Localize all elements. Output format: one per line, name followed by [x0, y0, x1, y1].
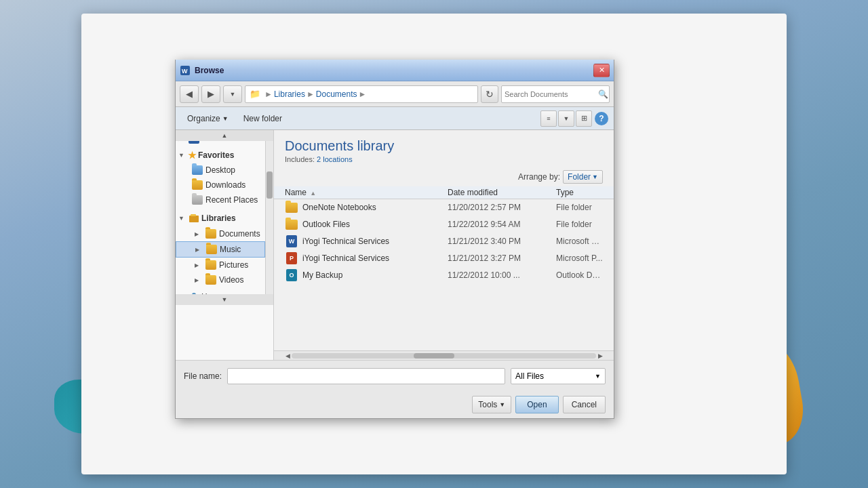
svg-text:W: W — [182, 68, 188, 75]
file-type-cell: Microsoft W... — [556, 237, 603, 246]
path-documents[interactable]: Documents — [316, 89, 357, 99]
close-button[interactable]: ✕ — [593, 64, 610, 77]
svg-rect-5 — [191, 214, 196, 216]
content-area: ▲ ▶ W Microsoft Word — [176, 130, 614, 360]
file-type-cell: Outlook Da... — [556, 270, 603, 280]
sidebar-pictures-label: Pictures — [219, 260, 248, 270]
sidebar-item-videos[interactable]: ▶ Videos — [176, 272, 265, 287]
file-type-arrow: ▼ — [595, 373, 601, 380]
file-name-cell: My Backup — [302, 270, 448, 280]
organize-button[interactable]: Organize ▼ — [181, 110, 235, 127]
sidebar-desktop-label: Desktop — [205, 165, 235, 175]
search-icon[interactable]: 🔍 — [598, 88, 608, 100]
arrange-dropdown[interactable]: Folder ▼ — [563, 170, 603, 184]
libraries-arrow: ▼ — [178, 215, 186, 222]
file-name-cell: iYogi Technical Services — [302, 253, 448, 263]
sidebar-item-downloads[interactable]: Downloads — [176, 178, 265, 192]
arrange-by-label: Arrange by: — [518, 172, 560, 182]
col-type-header[interactable]: Type — [556, 188, 603, 197]
file-name-cell: Outlook Files — [302, 220, 448, 229]
bottom-bar: File name: All Files ▼ — [176, 360, 614, 391]
folder-icon-address: 📁 — [250, 89, 260, 99]
recent-locations-button[interactable]: ▼ — [223, 85, 242, 103]
file-list: OneNote Notebooks 11/20/2012 2:57 PM Fil… — [274, 199, 614, 350]
sidebar-item-recent-places[interactable]: Recent Places — [176, 192, 265, 207]
pictures-folder-icon — [205, 260, 216, 270]
svg-rect-4 — [189, 216, 199, 222]
tools-button[interactable]: Tools ▼ — [472, 396, 511, 413]
window-controls: ✕ — [593, 64, 610, 77]
arrange-bar: Arrange by: Folder ▼ — [274, 167, 614, 186]
refresh-button[interactable]: ↻ — [481, 85, 498, 103]
scroll-right-button[interactable]: ▶ — [596, 352, 604, 360]
sidebar-videos-label: Videos — [219, 275, 243, 285]
tools-dropdown-icon: ▼ — [499, 401, 505, 408]
preview-button[interactable]: ⊞ — [576, 110, 592, 127]
sidebar-scroll-thumb — [267, 171, 273, 199]
table-row[interactable]: W iYogi Technical Services 11/21/2012 3:… — [274, 233, 614, 250]
favorites-header[interactable]: ▼ ★ Favorites — [176, 148, 265, 163]
locations-link[interactable]: 2 locations — [317, 155, 353, 163]
file-type-cell: Microsoft P... — [556, 253, 603, 263]
sidebar-scrollbar[interactable] — [265, 141, 273, 294]
downloads-icon — [192, 180, 203, 190]
file-name-input[interactable] — [227, 368, 505, 384]
music-folder-icon — [206, 244, 217, 255]
new-folder-button[interactable]: New folder — [237, 110, 288, 127]
arrange-dropdown-icon: ▼ — [592, 174, 598, 180]
word-file-icon: W — [285, 235, 298, 247]
videos-folder-icon — [205, 274, 216, 285]
sidebar-scroll-down[interactable]: ▼ — [176, 294, 273, 305]
col-date-header[interactable]: Date modified — [448, 188, 556, 197]
organize-dropdown-icon: ▼ — [222, 115, 229, 122]
scroll-left-button[interactable]: ◀ — [283, 352, 292, 360]
action-bar: Tools ▼ Open Cancel — [176, 391, 614, 418]
sidebar-item-pictures[interactable]: ▶ Pictures — [176, 258, 265, 272]
open-button[interactable]: Open — [515, 396, 558, 413]
view-dropdown-button[interactable]: ▼ — [558, 110, 574, 127]
horizontal-scrollbar[interactable]: ◀ ▶ — [274, 350, 614, 360]
videos-expand-arrow: ▶ — [195, 277, 203, 283]
sidebar-item-desktop[interactable]: Desktop — [176, 163, 265, 178]
word-icon-title: W — [180, 65, 191, 76]
address-path[interactable]: 📁 ► Libraries ► Documents ► — [245, 85, 478, 103]
file-panel: Documents library Includes: 2 locations … — [274, 130, 614, 360]
favorites-label: Favorites — [198, 150, 234, 160]
sidebar-item-music[interactable]: ▶ Music — [176, 241, 265, 258]
ppt-file-icon: P — [285, 252, 298, 264]
help-button[interactable]: ? — [595, 112, 608, 125]
table-row[interactable]: P iYogi Technical Services 11/21/2012 3:… — [274, 250, 614, 267]
sidebar: ▲ ▶ W Microsoft Word — [176, 130, 274, 360]
table-row[interactable]: OneNote Notebooks 11/20/2012 2:57 PM Fil… — [274, 199, 614, 216]
sidebar-item-documents[interactable]: ▶ Documents — [176, 226, 265, 241]
file-date-cell: 11/22/2012 9:54 AM — [448, 220, 556, 229]
column-headers: Name ▲ Date modified Type — [274, 186, 614, 199]
search-box: 🔍 — [501, 85, 610, 103]
libraries-header[interactable]: ▼ Libraries — [176, 210, 265, 226]
includes-label: Includes: — [285, 155, 315, 163]
table-row[interactable]: Outlook Files 11/22/2012 9:54 AM File fo… — [274, 216, 614, 233]
arrange-value: Folder — [568, 172, 591, 182]
sidebar-scroll-up[interactable]: ▲ — [176, 130, 273, 141]
sidebar-documents-label: Documents — [219, 229, 260, 239]
file-date-cell: 11/21/2012 3:40 PM — [448, 237, 556, 246]
libraries-label: Libraries — [201, 214, 236, 223]
col-name-header[interactable]: Name ▲ — [285, 188, 448, 197]
back-button[interactable]: ◀ — [180, 85, 199, 103]
library-header: Documents library Includes: 2 locations — [274, 130, 614, 167]
documents-expand-arrow: ▶ — [195, 231, 203, 237]
scroll-track — [292, 353, 596, 359]
cancel-button[interactable]: Cancel — [563, 396, 606, 413]
forward-button[interactable]: ▶ — [201, 85, 220, 103]
sidebar-recent-places-label: Recent Places — [205, 195, 258, 205]
file-type-dropdown[interactable]: All Files ▼ — [511, 368, 606, 384]
file-name-cell: OneNote Notebooks — [302, 203, 448, 212]
desktop-icon — [192, 165, 203, 176]
file-date-cell: 11/21/2012 3:27 PM — [448, 253, 556, 263]
path-libraries[interactable]: Libraries — [274, 89, 305, 99]
browse-dialog: W Browse ✕ ◀ ▶ ▼ 📁 ► Libraries ► Documen… — [175, 60, 614, 419]
list-view-button[interactable]: ≡ — [540, 110, 557, 127]
search-input[interactable] — [505, 90, 598, 98]
open-label: Open — [527, 400, 547, 409]
table-row[interactable]: O My Backup 11/22/2012 10:00 ... Outlook… — [274, 267, 614, 284]
